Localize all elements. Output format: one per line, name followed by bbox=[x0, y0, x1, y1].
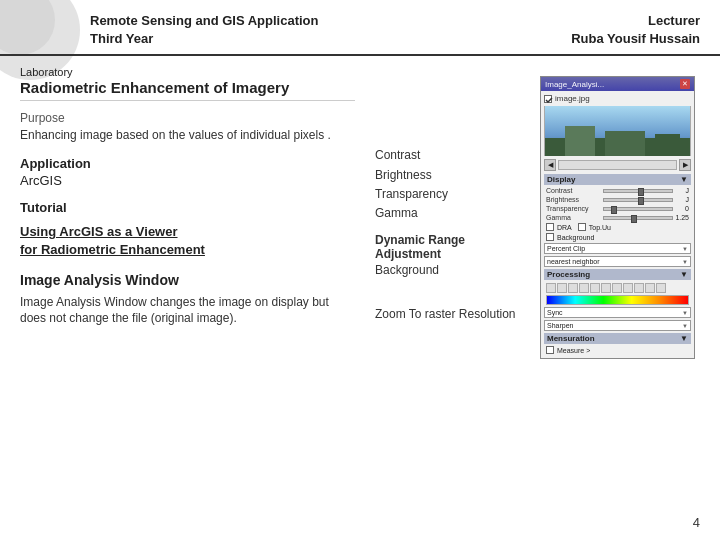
transparency-value: 0 bbox=[675, 205, 689, 212]
panel-close-button[interactable]: ✕ bbox=[680, 79, 690, 89]
contrast-prop: Contrast bbox=[375, 146, 530, 165]
sync-arrow: ▼ bbox=[682, 310, 688, 316]
dra-label: DRA bbox=[557, 224, 572, 231]
brightness-label: Brightness bbox=[546, 196, 601, 203]
sharpen-arrow: ▼ bbox=[682, 323, 688, 329]
panel-titlebar: Image_Analysi... ✕ bbox=[541, 77, 694, 91]
processing-icons-row bbox=[544, 282, 691, 295]
panel-body: image.jpg bbox=[541, 91, 694, 358]
transparency-label: Transparency bbox=[546, 205, 601, 212]
mensuration-toggle[interactable]: ▼ bbox=[680, 334, 688, 343]
svg-rect-3 bbox=[605, 131, 645, 156]
application-value: ArcGIS bbox=[20, 173, 355, 188]
background-checkbox[interactable] bbox=[546, 233, 554, 241]
nav-arrow-right[interactable]: ▶ bbox=[679, 159, 691, 171]
gamma-label: Gamma bbox=[546, 214, 601, 221]
display-section-label: Display bbox=[547, 175, 575, 184]
gamma-row: Gamma 1.25 bbox=[544, 214, 691, 221]
proc-icon-8[interactable] bbox=[623, 283, 633, 293]
header-title-line1: Remote Sensing and GIS Application bbox=[90, 13, 319, 28]
processing-toggle[interactable]: ▼ bbox=[680, 270, 688, 279]
gamma-value: 1.25 bbox=[675, 214, 689, 221]
svg-rect-2 bbox=[565, 126, 595, 156]
brightness-slider[interactable] bbox=[603, 198, 673, 202]
transparency-prop: Transparency bbox=[375, 185, 530, 204]
panel-image-row: image.jpg bbox=[544, 94, 691, 103]
background-row: Background bbox=[544, 233, 691, 241]
panel-image-label: image.jpg bbox=[555, 94, 590, 103]
percent-clip-label: Percent Clip bbox=[547, 245, 585, 252]
lab-label: Laboratory bbox=[20, 66, 355, 78]
purpose-label: Purpose bbox=[20, 111, 355, 125]
nav-arrow-left[interactable]: ◀ bbox=[544, 159, 556, 171]
header-lecturer-line1: Lecturer bbox=[648, 13, 700, 28]
contrast-label: Contrast bbox=[546, 187, 601, 194]
header-left: Remote Sensing and GIS Application Third… bbox=[90, 12, 319, 48]
brightness-value: J bbox=[675, 196, 689, 203]
application-label: Application bbox=[20, 156, 355, 171]
proc-icon-9[interactable] bbox=[634, 283, 644, 293]
proc-icon-1[interactable] bbox=[546, 283, 556, 293]
percent-clip-dropdown[interactable]: Percent Clip ▼ bbox=[544, 243, 691, 254]
topuu-checkbox[interactable] bbox=[578, 223, 586, 231]
purpose-text: Enhancing image based on the values of i… bbox=[20, 127, 355, 144]
mensuration-section-header: Mensuration ▼ bbox=[544, 333, 691, 344]
preview-svg bbox=[545, 106, 690, 156]
main-content: Laboratory Radiometric Enhancement of Im… bbox=[0, 56, 720, 369]
dra-row: DRA Top.Uu bbox=[544, 223, 691, 231]
percent-clip-arrow: ▼ bbox=[682, 246, 688, 252]
header-lecturer-line2: Ruba Yousif Hussain bbox=[571, 31, 700, 46]
processing-section-label: Processing bbox=[547, 270, 590, 279]
mensuration-checkbox[interactable] bbox=[546, 346, 554, 354]
image-checkbox[interactable] bbox=[544, 95, 552, 103]
sync-label: Sync bbox=[547, 309, 563, 316]
transparency-row: Transparency 0 bbox=[544, 205, 691, 212]
sync-dropdown[interactable]: Sync ▼ bbox=[544, 307, 691, 318]
proc-icon-4[interactable] bbox=[579, 283, 589, 293]
proc-icon-7[interactable] bbox=[612, 283, 622, 293]
measure-label: Measure > bbox=[557, 347, 590, 354]
contrast-row: Contrast J bbox=[544, 187, 691, 194]
gamma-slider[interactable] bbox=[603, 216, 673, 220]
sharpen-dropdown[interactable]: Sharpen ▼ bbox=[544, 320, 691, 331]
gamma-prop: Gamma bbox=[375, 204, 530, 223]
dra-checkbox[interactable] bbox=[546, 223, 554, 231]
proc-icon-11[interactable] bbox=[656, 283, 666, 293]
nearest-neighbor-dropdown[interactable]: nearest neighbor ▼ bbox=[544, 256, 691, 267]
header-title-line2: Third Year bbox=[90, 31, 153, 46]
lab-heading: Radiometric Enhancement of Imagery bbox=[20, 79, 355, 101]
page-number: 4 bbox=[693, 515, 700, 530]
nav-scrollbar-h[interactable] bbox=[558, 160, 677, 170]
brightness-prop: Brightness bbox=[375, 166, 530, 185]
proc-icon-5[interactable] bbox=[590, 283, 600, 293]
svg-rect-4 bbox=[655, 134, 680, 156]
arcgis-panel-screenshot: Image_Analysi... ✕ image.jpg bbox=[540, 66, 700, 359]
header-right: Lecturer Ruba Yousif Hussain bbox=[571, 12, 700, 48]
background-label: Background bbox=[557, 234, 594, 241]
tutorial-link[interactable]: Using ArcGIS as a Viewer for Radiometric… bbox=[20, 223, 355, 259]
proc-icon-2[interactable] bbox=[557, 283, 567, 293]
nearest-neighbor-label: nearest neighbor bbox=[547, 258, 600, 265]
mensuration-row: Measure > bbox=[544, 346, 691, 354]
proc-icon-3[interactable] bbox=[568, 283, 578, 293]
topuu-label: Top.Uu bbox=[589, 224, 611, 231]
contrast-slider[interactable] bbox=[603, 189, 673, 193]
transparency-slider[interactable] bbox=[603, 207, 673, 211]
proc-icon-10[interactable] bbox=[645, 283, 655, 293]
display-section-toggle[interactable]: ▼ bbox=[680, 175, 688, 184]
proc-icon-6[interactable] bbox=[601, 283, 611, 293]
panel-nav-arrows: ◀ ▶ bbox=[544, 159, 691, 171]
middle-column: Contrast Brightness Transparency Gamma D… bbox=[375, 66, 530, 359]
image-analysis-text: Image Analysis Window changes the image … bbox=[20, 294, 355, 328]
color-ramp bbox=[546, 295, 689, 305]
tutorial-label: Tutorial bbox=[20, 200, 355, 215]
brightness-row: Brightness J bbox=[544, 196, 691, 203]
contrast-value: J bbox=[675, 187, 689, 194]
display-properties-list: Contrast Brightness Transparency Gamma bbox=[375, 146, 530, 223]
panel-title-text: Image_Analysi... bbox=[545, 80, 604, 89]
dynamic-range-label: Dynamic Range Adjustment Background bbox=[375, 233, 530, 277]
sharpen-label: Sharpen bbox=[547, 322, 573, 329]
image-analysis-heading: Image Analysis Window bbox=[20, 272, 355, 288]
left-column: Laboratory Radiometric Enhancement of Im… bbox=[20, 66, 365, 359]
nearest-neighbor-arrow: ▼ bbox=[682, 259, 688, 265]
